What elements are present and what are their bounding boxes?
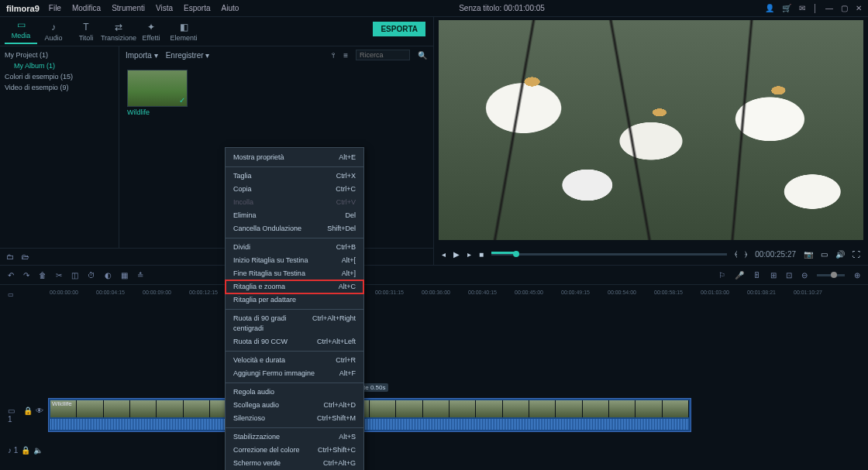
snapshot-icon[interactable]: 📷 bbox=[804, 250, 813, 259]
stop-icon[interactable]: ■ bbox=[479, 250, 484, 259]
volume-icon[interactable]: 🔊 bbox=[835, 250, 845, 259]
tab-titles[interactable]: TTitoli bbox=[70, 22, 102, 42]
context-item[interactable]: DividiCtrl+B bbox=[226, 241, 363, 254]
next-frame-icon[interactable]: ▸ bbox=[467, 250, 471, 259]
menu-tools[interactable]: Strumenti bbox=[112, 4, 145, 12]
context-item[interactable]: Cancella OndulazioneShift+Del bbox=[226, 222, 363, 235]
context-item[interactable]: Ritaglia per adattare bbox=[226, 293, 363, 307]
context-item[interactable]: SilenziosoCtrl+Shift+M bbox=[226, 412, 363, 425]
mixer-icon[interactable]: 🎚 bbox=[753, 271, 761, 280]
context-item: IncollaCtrl+V bbox=[226, 196, 363, 209]
context-item[interactable]: Regola audio bbox=[226, 386, 363, 399]
context-item[interactable]: Mostra proprietàAlt+E bbox=[226, 151, 363, 164]
tab-transitions[interactable]: ⇄Transizione bbox=[102, 22, 135, 42]
maximize-icon[interactable]: ▢ bbox=[841, 4, 848, 12]
menu-file[interactable]: File bbox=[49, 4, 61, 12]
text-icon: T bbox=[83, 22, 88, 33]
greenscreen-icon[interactable]: ▦ bbox=[121, 271, 128, 280]
menu-export[interactable]: Esporta bbox=[184, 4, 210, 12]
tab-effects[interactable]: ✦Effetti bbox=[135, 22, 167, 42]
search-input[interactable] bbox=[356, 50, 410, 60]
mute-icon[interactable]: 🔈 bbox=[33, 446, 43, 455]
preview-monitor[interactable] bbox=[439, 20, 863, 240]
export-button[interactable]: ESPORTA bbox=[373, 22, 425, 36]
delete-icon[interactable]: 🗑 bbox=[39, 271, 46, 280]
manage-tracks-icon[interactable]: ▭ bbox=[8, 291, 14, 298]
tab-media[interactable]: ▭Media bbox=[5, 19, 37, 44]
context-item[interactable]: Inizio Ritaglia su TestinaAlt+[ bbox=[226, 254, 363, 267]
tree-sample-video[interactable]: Video di esempio (9) bbox=[5, 82, 114, 93]
video-track-1[interactable]: ▭ 1🔒👁 Wildlife bbox=[8, 396, 860, 434]
cart-icon[interactable]: 🛒 bbox=[782, 4, 791, 12]
close-icon[interactable]: ✕ bbox=[856, 4, 862, 12]
prev-frame-icon[interactable]: ◂ bbox=[442, 250, 446, 259]
tree-album[interactable]: My Album (1) bbox=[5, 60, 114, 71]
import-dropdown[interactable]: Importa ▾ bbox=[126, 51, 158, 60]
tab-elements[interactable]: ◧Elementi bbox=[167, 22, 200, 42]
zoom-out-icon[interactable]: ⊖ bbox=[801, 271, 808, 280]
clip-waveform bbox=[50, 419, 689, 430]
prev-mark-icon[interactable]: ⦑ bbox=[735, 249, 737, 259]
context-item[interactable]: Schermo verdeCtrl+Alt+G bbox=[226, 457, 363, 470]
context-item[interactable]: Ruota di 90 CCWCtrl+Alt+Left bbox=[226, 335, 363, 348]
play-icon[interactable]: ▶ bbox=[453, 250, 460, 259]
timeline-clip[interactable]: Wildlife bbox=[48, 398, 691, 432]
timeline-ruler[interactable]: ▭ 00:00:00:00 00:00:04:15 00:00:09:00 00… bbox=[0, 285, 868, 304]
new-folder-icon[interactable]: 🗀 bbox=[6, 252, 14, 261]
search-icon[interactable]: 🔍 bbox=[418, 51, 427, 60]
context-item[interactable]: TagliaCtrl+X bbox=[226, 170, 363, 183]
next-mark-icon[interactable]: ⦒ bbox=[745, 249, 747, 259]
sort-icon[interactable]: ≡ bbox=[343, 51, 348, 60]
clip-context-menu: Mostra proprietàAlt+ETagliaCtrl+XCopiaCt… bbox=[225, 147, 364, 470]
context-item[interactable]: Ruota di 90 gradi centigradiCtrl+Alt+Rig… bbox=[226, 312, 363, 335]
context-item[interactable]: Ritaglia e zoomaAlt+C bbox=[226, 280, 363, 293]
color-icon[interactable]: ◐ bbox=[105, 271, 112, 280]
speed-icon[interactable]: ⏱ bbox=[88, 271, 95, 280]
mic-icon[interactable]: 🎤 bbox=[735, 271, 744, 280]
redo-icon[interactable]: ↷ bbox=[23, 271, 29, 280]
zoom-in-icon[interactable]: ⊕ bbox=[854, 271, 860, 280]
clip-label: Wildlife bbox=[127, 108, 188, 116]
timeline[interactable]: ▭ 1🔒👁 Wildlife ♪ 1🔒🔈 bbox=[0, 396, 868, 470]
context-item[interactable]: Velocità e durataCtrl+R bbox=[226, 354, 363, 367]
record-dropdown[interactable]: Enregistrer ▾ bbox=[166, 51, 210, 60]
context-item[interactable]: Aggiungi Fermo immagineAlt+F bbox=[226, 367, 363, 380]
message-icon[interactable]: ✉ bbox=[799, 4, 805, 12]
tree-root[interactable]: My Project (1) bbox=[5, 50, 114, 60]
media-clip[interactable]: ✓ Wildlife bbox=[127, 70, 188, 116]
clip-thumbnail[interactable]: ✓ bbox=[127, 70, 188, 107]
context-item[interactable]: StabilizzazioneAlt+S bbox=[226, 431, 363, 444]
split-icon[interactable]: ✂ bbox=[56, 271, 62, 280]
adjust-icon[interactable]: ≛ bbox=[137, 271, 143, 280]
tree-sample-colors[interactable]: Colori di esempio (15) bbox=[5, 71, 114, 82]
zoom-slider[interactable] bbox=[817, 274, 845, 276]
account-icon[interactable]: 👤 bbox=[765, 4, 774, 12]
preview-timecode: 00:00:25:27 bbox=[755, 250, 796, 259]
zoom-fit-icon[interactable]: ⊡ bbox=[786, 271, 792, 280]
menu-view[interactable]: Vista bbox=[156, 4, 173, 12]
fullscreen-icon[interactable]: ⛶ bbox=[852, 250, 860, 259]
filter-icon[interactable]: ⫯ bbox=[332, 51, 336, 60]
undo-icon[interactable]: ↶ bbox=[8, 271, 14, 280]
transition-duration-pill[interactable]: te 0.50s bbox=[360, 383, 388, 392]
minimize-icon[interactable]: — bbox=[825, 4, 833, 12]
lock-icon[interactable]: 🔒 bbox=[23, 407, 33, 424]
marker-icon[interactable]: ⚐ bbox=[718, 271, 725, 280]
context-item[interactable]: EliminaDel bbox=[226, 209, 363, 222]
audio-track-1[interactable]: ♪ 1🔒🔈 bbox=[8, 443, 860, 457]
preview-progress[interactable] bbox=[491, 253, 727, 256]
eye-icon[interactable]: 👁 bbox=[36, 407, 43, 424]
context-item[interactable]: Correzione del coloreCtrl+Shift+C bbox=[226, 444, 363, 457]
menu-help[interactable]: Aiuto bbox=[222, 4, 239, 12]
context-item[interactable]: CopiaCtrl+C bbox=[226, 183, 363, 196]
context-item[interactable]: Fine Ritaglia su TestinaAlt+] bbox=[226, 267, 363, 280]
snap-icon[interactable]: ⊞ bbox=[770, 271, 777, 280]
context-item[interactable]: Scollega audioCtrl+Alt+D bbox=[226, 399, 363, 412]
add-folder-icon[interactable]: 🗁 bbox=[22, 252, 29, 261]
quality-icon[interactable]: ▭ bbox=[821, 250, 828, 259]
lock-icon[interactable]: 🔒 bbox=[21, 446, 30, 455]
tab-audio[interactable]: ♪Audio bbox=[37, 22, 70, 42]
project-tree[interactable]: My Project (1) My Album (1) Colori di es… bbox=[0, 46, 119, 248]
menu-edit[interactable]: Modifica bbox=[72, 4, 101, 12]
crop-icon[interactable]: ◫ bbox=[71, 271, 78, 280]
